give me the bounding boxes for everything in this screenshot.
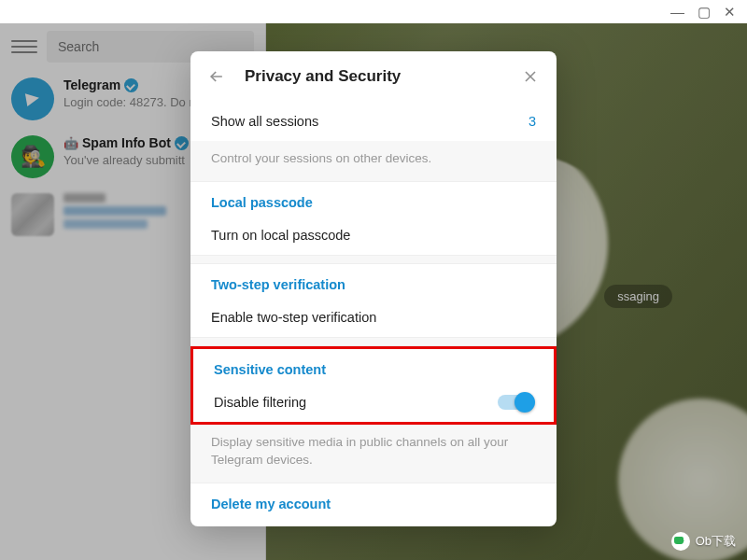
app-body: Telegram Login code: 48273. Do n 🕵️ 🤖 Sp… bbox=[0, 23, 747, 560]
sensitive-content-description: Display sensitive media in public channe… bbox=[190, 425, 557, 483]
two-step-verification-section-title: Two-step verification bbox=[190, 264, 557, 298]
delete-my-account-section-title[interactable]: Delete my account bbox=[190, 483, 557, 526]
turn-on-local-passcode-row[interactable]: Turn on local passcode bbox=[190, 216, 557, 255]
window-close-icon[interactable]: ✕ bbox=[724, 4, 736, 21]
modal-title: Privacy and Security bbox=[245, 67, 502, 86]
modal-header: Privacy and Security bbox=[190, 51, 557, 102]
disable-filtering-row[interactable]: Disable filtering bbox=[193, 383, 554, 422]
wechat-icon bbox=[671, 532, 690, 551]
modal-body[interactable]: Show all sessions 3 Control your session… bbox=[190, 102, 557, 526]
disable-filtering-toggle[interactable] bbox=[498, 395, 533, 410]
window-titlebar: — ▢ ✕ bbox=[0, 0, 747, 23]
row-label: Disable filtering bbox=[214, 395, 306, 410]
enable-two-step-verification-row[interactable]: Enable two-step verification bbox=[190, 298, 557, 337]
row-label: Enable two-step verification bbox=[211, 310, 376, 325]
window-minimize-icon[interactable]: — bbox=[670, 4, 684, 20]
back-arrow-icon[interactable] bbox=[207, 67, 226, 86]
settings-modal: Privacy and Security Show all sessions 3… bbox=[190, 51, 557, 526]
show-all-sessions-row[interactable]: Show all sessions 3 bbox=[190, 102, 557, 141]
row-label: Show all sessions bbox=[211, 114, 318, 129]
watermark: Ob下载 bbox=[671, 532, 736, 551]
sessions-description: Control your sessions on other devices. bbox=[190, 141, 557, 182]
modal-overlay[interactable]: Privacy and Security Show all sessions 3… bbox=[0, 23, 747, 560]
watermark-text: Ob下载 bbox=[696, 533, 736, 550]
toggle-knob bbox=[514, 392, 535, 413]
app-window: — ▢ ✕ Telegram Login code: 48273. Do n bbox=[0, 0, 747, 560]
sessions-count: 3 bbox=[529, 114, 536, 129]
local-passcode-section-title: Local passcode bbox=[190, 182, 557, 216]
highlight-box: Sensitive content Disable filtering bbox=[190, 346, 557, 425]
window-maximize-icon[interactable]: ▢ bbox=[698, 4, 711, 21]
row-label: Turn on local passcode bbox=[211, 228, 350, 243]
close-icon[interactable] bbox=[521, 67, 540, 86]
sensitive-content-section-title: Sensitive content bbox=[193, 349, 554, 383]
